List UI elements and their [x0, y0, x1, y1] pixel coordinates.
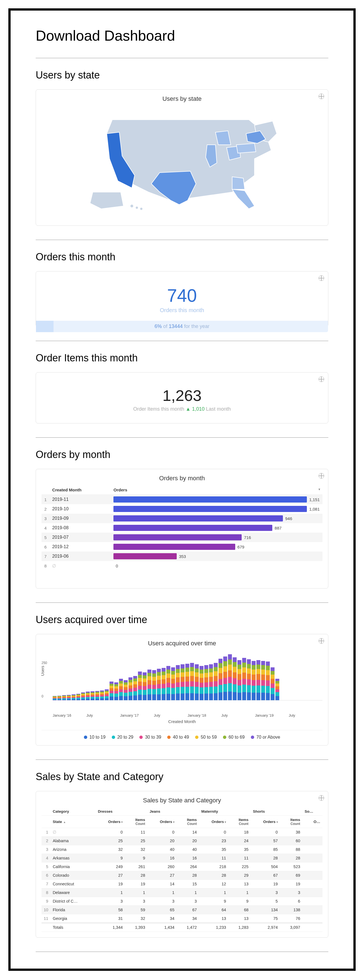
table-row[interactable]: 10Florida585965676468134138 [42, 906, 322, 914]
stacked-column [57, 696, 61, 700]
stacked-column [143, 672, 147, 700]
col-orders[interactable]: Orders▾ [96, 816, 125, 828]
col-items[interactable]: ItemsCount [125, 816, 147, 828]
stacked-column [195, 664, 199, 700]
chart-legend: 10 to 1920 to 2930 to 3940 to 4950 to 59… [42, 730, 322, 740]
table-row[interactable]: 32019-09946 [42, 514, 322, 523]
globe-icon[interactable] [319, 473, 324, 479]
x-tick-labels: January '16JulyJanuary '17JulyJanuary '1… [42, 713, 322, 718]
card-orders-this-month: 740 Orders this month 6% of 13444 for th… [36, 271, 328, 327]
stacked-column [233, 657, 236, 700]
section-order-items-label: Order Items this month [36, 341, 328, 364]
table-row[interactable]: 8∅0 [42, 561, 322, 570]
table-row[interactable]: 3Arizona3232404035358588 [42, 845, 322, 854]
stacked-column [219, 659, 222, 700]
section-users-acquired-label: Users acquired over time [36, 603, 328, 625]
stacked-column [261, 661, 265, 700]
table-row[interactable]: 5California249261260264218225504523 [42, 862, 322, 871]
col-orders[interactable]: O… [302, 816, 322, 828]
stacked-column [157, 669, 161, 700]
globe-icon[interactable] [319, 376, 324, 382]
col-orders[interactable]: Orders▾ [251, 816, 280, 828]
col-group-Dresses[interactable]: Dresses [96, 807, 147, 816]
col-items[interactable]: ItemsCount [228, 816, 251, 828]
dashboard-document: Download Dashboard Users by state Users … [8, 8, 356, 971]
card-orders-by-month: Orders by month Created Month Orders▾ 12… [36, 469, 328, 589]
col-group-Shorts[interactable]: Shorts [251, 807, 302, 816]
col-state[interactable]: State ▴ [50, 816, 96, 828]
col-category[interactable]: Category [50, 807, 96, 816]
table-row[interactable]: 2Alabama2525202023245760 [42, 837, 322, 845]
legend-swatch-icon [139, 735, 143, 739]
stacked-column [204, 665, 208, 700]
stacked-column [67, 695, 71, 700]
table-row[interactable]: 8Delaware11111133 [42, 888, 322, 897]
stacked-column [256, 660, 260, 700]
col-group-Jeans[interactable]: Jeans [147, 807, 199, 816]
table-row[interactable]: 6Colorado2728272828296769 [42, 871, 322, 880]
month-cell: 2019-07 [49, 533, 111, 542]
card-title-users-acquired: Users acquired over time [42, 640, 322, 647]
legend-item: 40 to 49 [167, 735, 189, 740]
stacked-column [114, 682, 118, 700]
section-sales-label: Sales by State and Category [36, 759, 328, 783]
globe-icon[interactable] [319, 275, 324, 281]
state-cell: Alabama [50, 837, 96, 845]
stacked-column [166, 666, 170, 700]
x-axis-label: Created Month [42, 719, 322, 724]
svg-point-1 [136, 206, 138, 209]
table-row[interactable]: 52019-07716 [42, 533, 322, 542]
stacked-column [185, 664, 189, 700]
col-items[interactable]: ItemsCount [177, 816, 199, 828]
stacked-column [72, 694, 75, 700]
svg-point-2 [140, 207, 143, 210]
table-row[interactable]: 7Connecticut1919141512131919 [42, 880, 322, 888]
legend-item: 10 to 19 [84, 735, 105, 740]
table-row[interactable]: 9District of C…33339956 [42, 897, 322, 906]
card-title-orders-by-month: Orders by month [42, 475, 322, 482]
state-cell: Delaware [50, 888, 96, 897]
stacked-column [91, 691, 94, 700]
chevron-down-icon: ▾ [276, 821, 278, 824]
stacked-column [95, 691, 99, 700]
col-items[interactable]: ItemsCount [280, 816, 302, 828]
card-order-items: 1,263 Order Items this month ▲ 1,010 Las… [36, 372, 328, 423]
table-row[interactable]: 1∅011014018038 [42, 828, 322, 837]
table-row[interactable]: 22019-101,081 [42, 504, 322, 514]
col-group-Maternity[interactable]: Maternity [199, 807, 251, 816]
table-row[interactable]: 12019-111,151 [42, 495, 322, 504]
col-created-month[interactable]: Created Month [49, 485, 111, 495]
globe-icon[interactable] [319, 795, 324, 801]
usa-map[interactable] [42, 106, 322, 220]
users-acquired-chart[interactable]: Users 250 0 [42, 651, 322, 712]
stacked-column [200, 666, 203, 700]
section-orders-by-month-label: Orders by month [36, 438, 328, 460]
globe-icon[interactable] [319, 638, 324, 644]
state-cell: Florida [50, 906, 96, 914]
col-orders[interactable]: Orders▾ [199, 816, 228, 828]
col-group-So…[interactable]: So… [302, 807, 322, 816]
table-row[interactable]: 42019-08887 [42, 523, 322, 533]
order-items-caption: Order Items this month ▲ 1,010 Last mont… [42, 406, 322, 412]
table-row[interactable]: 72019-06353 [42, 552, 322, 561]
state-cell: District of C… [50, 897, 96, 906]
stacked-column [138, 671, 142, 700]
globe-icon[interactable] [319, 94, 324, 99]
table-row[interactable]: 11Georgia3132343413137576 [42, 914, 322, 923]
chevron-down-icon: ▾ [319, 487, 320, 491]
card-title-sales: Sales by State and Category [42, 797, 322, 804]
stacked-column [214, 663, 218, 700]
stacked-column [242, 658, 246, 700]
stacked-column [86, 692, 90, 700]
stacked-column [147, 670, 151, 700]
orders-by-month-chart: Created Month Orders▾ 12019-111,15122019… [42, 485, 322, 570]
state-cell: Georgia [50, 914, 96, 923]
orders-year-percent: 6% [155, 323, 162, 329]
legend-item: 20 to 29 [112, 735, 134, 740]
col-orders[interactable]: Orders▾ [147, 816, 177, 828]
state-cell: Connecticut [50, 880, 96, 888]
col-orders[interactable]: Orders▾ [111, 485, 322, 495]
table-row[interactable]: 62019-12679 [42, 542, 322, 552]
chevron-up-icon: ▴ [64, 821, 65, 824]
table-row[interactable]: 4Arkansas99161611112828 [42, 854, 322, 862]
